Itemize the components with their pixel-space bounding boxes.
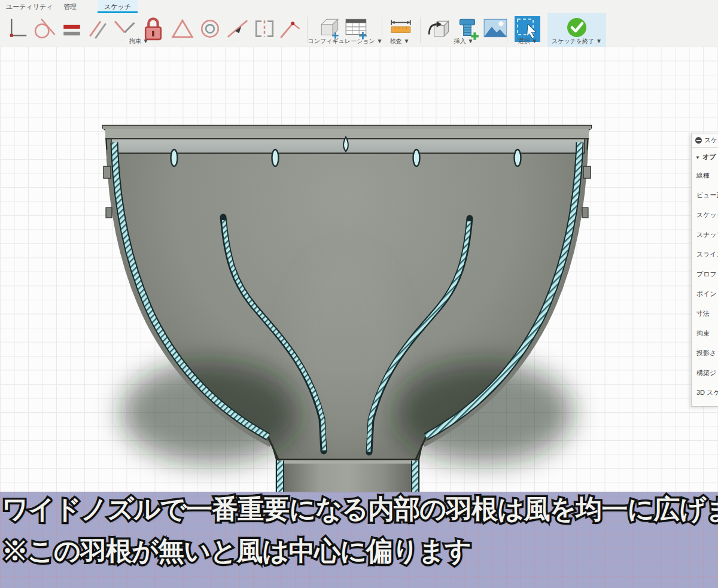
subtitle-line-1: ワイドノズルで一番重要になる内部の羽根は風を均一に広げます	[2, 492, 718, 527]
video-subtitle-overlay: ワイドノズルで一番重要になる内部の羽根は風を均一に広げます ※この羽根が無いと風…	[0, 492, 718, 588]
collapse-icon[interactable]	[695, 137, 702, 144]
curvature-icon[interactable]	[277, 17, 301, 41]
configuration-dropdown[interactable]: コンフィギュレーション ▼	[308, 37, 382, 45]
finish-sketch-dropdown[interactable]: スケッチを終了 ▼	[552, 37, 602, 45]
select-icon[interactable]	[515, 16, 538, 40]
symmetry-icon[interactable]	[252, 17, 276, 41]
horizontal-vertical-icon[interactable]	[5, 17, 29, 41]
polygon-icon[interactable]	[171, 17, 194, 41]
palette-item-constraints[interactable]: 拘束	[692, 324, 718, 343]
equal-icon[interactable]	[60, 17, 84, 41]
palette-item-profile[interactable]: プロファ	[692, 264, 718, 284]
tangent-icon[interactable]	[32, 17, 56, 41]
palette-item-points[interactable]: ポイント	[692, 284, 718, 304]
insert-dropdown[interactable]: 挿入 ▼	[454, 37, 474, 45]
finish-sketch-check-icon	[566, 17, 588, 38]
nozzle-neck[interactable]	[277, 460, 418, 492]
palette-item-3d-sketch[interactable]: 3D スケ	[692, 383, 718, 403]
palette-item-snap[interactable]: スナップ	[692, 225, 718, 245]
palette-item-look-at[interactable]: ビュー正	[692, 185, 718, 205]
sketch-palette-header[interactable]: スケ	[692, 133, 718, 148]
palette-item-dimensions[interactable]: 寸法	[692, 304, 718, 324]
sketch-toolbar: 拘束 ▼ コンフィギュレーション ▼ 検査 ▼ 挿入 ▼ 選択 ▼ スケッチを終…	[0, 13, 718, 47]
fix-lock-icon[interactable]	[140, 15, 164, 39]
chevron-down-icon: ▼	[695, 149, 700, 167]
tab-utility[interactable]: ユーティリティ	[2, 0, 57, 13]
inspect-dropdown[interactable]: 検査 ▼	[390, 37, 410, 45]
palette-item-slice[interactable]: スライス	[692, 245, 718, 264]
tab-sketch[interactable]: スケッチ	[98, 0, 138, 13]
subtitle-line-2: ※この羽根が無いと風は中心に偏ります	[2, 534, 471, 569]
palette-section-label: オプ	[702, 153, 716, 160]
constraints-dropdown[interactable]: 拘束 ▼	[129, 37, 149, 45]
palette-item-construction[interactable]: 構築ジ	[692, 363, 718, 383]
palette-item-projected[interactable]: 投影さ	[692, 343, 718, 363]
insert-derive-icon[interactable]	[427, 17, 451, 41]
palette-item-linetype[interactable]: 線種	[692, 166, 718, 185]
midpoint-icon[interactable]	[226, 17, 250, 41]
parallel-icon[interactable]	[86, 17, 109, 41]
toolbar-tab-row: ユーティリティ 管理 スケッチ	[0, 0, 718, 13]
sketch-palette: スケ ▼オプ 線種 ビュー正 スケッチ スナップ スライス プロファ ポイント …	[691, 133, 718, 407]
insert-canvas-icon[interactable]	[482, 17, 506, 41]
palette-item-sketch-grid[interactable]: スケッチ	[692, 205, 718, 225]
sketch-canvas[interactable]: ワイドノズルで一番重要になる内部の羽根は風を均一に広げます ※この羽根が無いと風…	[0, 47, 718, 588]
palette-section-options[interactable]: ▼オプ	[692, 148, 718, 166]
rim-slot-center	[343, 137, 348, 151]
concentric-icon[interactable]	[198, 17, 222, 41]
select-dropdown[interactable]: 選択 ▼	[518, 37, 538, 45]
sketch-palette-title: スケ	[704, 133, 718, 147]
tab-manage[interactable]: 管理	[60, 0, 80, 13]
fusion360-window: { "tabs": { "utility": "ユーティリティ", "manag…	[0, 0, 718, 588]
